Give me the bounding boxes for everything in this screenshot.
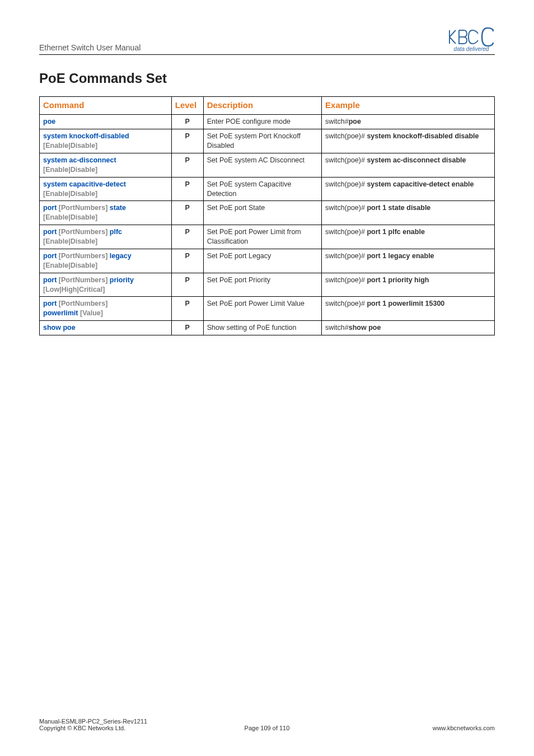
cmd-keyword: show poe [43, 324, 76, 332]
cell-command: system ac-disconnect[Enable|Disable] [40, 153, 172, 177]
cell-command: system knockoff-disabled[Enable|Disable] [40, 129, 172, 153]
example-prefix: switch(poe)# [325, 276, 367, 284]
example-prefix: switch(poe)# [325, 252, 367, 260]
table-row: port [PortNumbers] plfc[Enable|Disable]P… [40, 225, 495, 249]
section-title: PoE Commands Set [39, 71, 495, 86]
cmd-keyword: state [110, 204, 126, 212]
cell-description: Set PoE port Legacy [203, 249, 321, 273]
cmd-keyword: port [43, 228, 57, 236]
table-row: port [PortNumbers]powerlimit [Value]PSet… [40, 297, 495, 321]
example-command: show poe [349, 324, 381, 332]
footer-manual-ref: Manual-ESML8P-PC2_Series-Rev1211 [39, 718, 191, 725]
example-prefix: switch(poe)# [325, 228, 367, 236]
example-prefix: switch(poe)# [325, 300, 367, 307]
cell-description: Enter POE configure mode [203, 115, 321, 129]
cell-level: P [171, 153, 203, 177]
example-command: port 1 powerlimit 15300 [367, 300, 444, 307]
cell-example: switch(poe)# system knockoff-disabled di… [322, 129, 495, 153]
cmd-keyword: poe [43, 118, 55, 125]
cell-description: Set PoE system AC Disconnect [203, 153, 321, 177]
footer-copyright: Copyright © KBC Networks Ltd. [39, 725, 191, 731]
cmd-param: [Enable|Disable] [43, 190, 97, 198]
cell-command: port [PortNumbers] plfc[Enable|Disable] [40, 225, 172, 249]
cell-description: Show setting of PoE function [203, 321, 321, 335]
example-command: poe [349, 118, 361, 125]
table-row: poePEnter POE configure modeswitch#poe [40, 115, 495, 129]
cell-command: poe [40, 115, 172, 129]
example-prefix: switch# [325, 324, 349, 332]
cmd-param: [Enable|Disable] [43, 166, 97, 174]
cmd-param: [Enable|Disable] [43, 213, 97, 221]
cell-example: switch#show poe [322, 321, 495, 335]
table-row: system capacitive-detect[Enable|Disable]… [40, 177, 495, 201]
commands-table: Command Level Description Example poePEn… [39, 96, 495, 335]
cmd-param: [Enable|Disable] [43, 262, 97, 269]
cmd-keyword: port [43, 276, 57, 284]
cell-description: Set PoE port Priority [203, 273, 321, 297]
cmd-keyword: port [43, 204, 57, 212]
cell-level: P [171, 273, 203, 297]
cell-description: Set PoE port Power Limit from Classifica… [203, 225, 321, 249]
table-row: system ac-disconnect[Enable|Disable]PSet… [40, 153, 495, 177]
footer-url: www.kbcnetworks.com [343, 725, 495, 731]
cmd-keyword: plfc [110, 228, 122, 236]
cell-level: P [171, 201, 203, 225]
example-command: port 1 plfc enable [367, 228, 425, 236]
example-command: port 1 priority high [367, 276, 429, 284]
cmd-keyword: legacy [110, 252, 132, 260]
th-description: Description [203, 97, 321, 115]
footer-center: Page 109 of 110 [191, 718, 343, 731]
th-command: Command [40, 97, 172, 115]
footer-page: Page 109 of 110 [191, 725, 343, 731]
table-header-row: Command Level Description Example [40, 97, 495, 115]
cmd-keyword: port [43, 300, 57, 307]
cell-description: Set PoE system Port Knockoff Disabled [203, 129, 321, 153]
cell-level: P [171, 129, 203, 153]
cell-description: Set PoE system Capacitive Detection [203, 177, 321, 201]
cell-example: switch(poe)# system capacitive-detect en… [322, 177, 495, 201]
kbc-logo-icon [448, 27, 495, 47]
example-command: system ac-disconnect disable [367, 156, 466, 164]
table-row: port [PortNumbers] legacy[Enable|Disable… [40, 249, 495, 273]
page-footer: Manual-ESML8P-PC2_Series-Rev1211 Copyrig… [39, 718, 495, 731]
brand-logo: data delivered [448, 27, 495, 52]
cell-description: Set PoE port State [203, 201, 321, 225]
example-command: port 1 state disable [367, 204, 430, 212]
footer-right: www.kbcnetworks.com [343, 718, 495, 731]
cmd-keyword: system capacitive-detect [43, 180, 126, 188]
th-level: Level [171, 97, 203, 115]
cmd-param: [Value] [80, 309, 103, 317]
cmd-param: [PortNumbers] [59, 252, 108, 260]
cell-example: switch#poe [322, 115, 495, 129]
cell-level: P [171, 115, 203, 129]
cmd-keyword: priority [110, 276, 134, 284]
example-prefix: switch(poe)# [325, 132, 367, 140]
example-command: system capacitive-detect enable [367, 180, 474, 188]
cell-command: port [PortNumbers] state[Enable|Disable] [40, 201, 172, 225]
footer-left: Manual-ESML8P-PC2_Series-Rev1211 Copyrig… [39, 718, 191, 731]
example-prefix: switch(poe)# [325, 204, 367, 212]
cell-example: switch(poe)# port 1 priority high [322, 273, 495, 297]
example-prefix: switch# [325, 118, 349, 125]
table-row: system knockoff-disabled[Enable|Disable]… [40, 129, 495, 153]
manual-title: Ethernet Switch User Manual [39, 43, 140, 52]
table-row: port [PortNumbers] priority[Low|High|Cri… [40, 273, 495, 297]
cell-command: port [PortNumbers]powerlimit [Value] [40, 297, 172, 321]
cell-level: P [171, 297, 203, 321]
cmd-keyword: port [43, 252, 57, 260]
example-command: port 1 legacy enable [367, 252, 434, 260]
example-command: system knockoff-disabled disable [367, 132, 479, 140]
cmd-keyword: system knockoff-disabled [43, 132, 129, 140]
cmd-param: [PortNumbers] [59, 204, 108, 212]
cell-command: port [PortNumbers] priority[Low|High|Cri… [40, 273, 172, 297]
cmd-keyword: powerlimit [43, 309, 78, 317]
cell-example: switch(poe)# port 1 state disable [322, 201, 495, 225]
example-prefix: switch(poe)# [325, 180, 367, 188]
cell-example: switch(poe)# port 1 powerlimit 15300 [322, 297, 495, 321]
cell-example: switch(poe)# port 1 plfc enable [322, 225, 495, 249]
cell-example: switch(poe)# system ac-disconnect disabl… [322, 153, 495, 177]
example-prefix: switch(poe)# [325, 156, 367, 164]
cell-command: port [PortNumbers] legacy[Enable|Disable… [40, 249, 172, 273]
cmd-param: [Enable|Disable] [43, 237, 97, 245]
brand-tagline: data delivered [454, 46, 489, 52]
